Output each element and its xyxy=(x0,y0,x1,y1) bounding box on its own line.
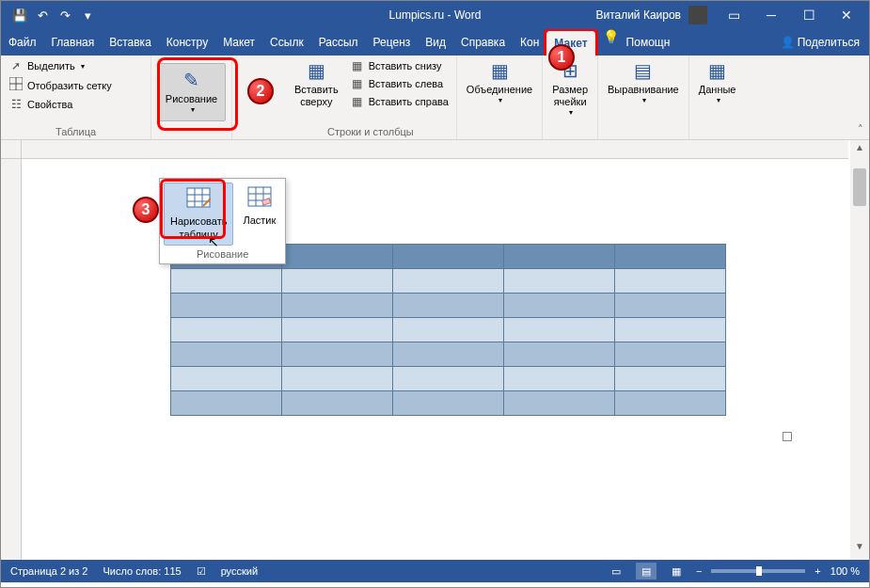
properties-button[interactable]: ☷Свойства xyxy=(5,96,116,113)
language-indicator[interactable]: русский xyxy=(221,565,258,577)
insert-right-button[interactable]: ▦Вставить справа xyxy=(346,93,452,110)
grid-icon xyxy=(8,77,24,93)
scroll-down-icon[interactable]: ▼ xyxy=(850,541,869,558)
tab-home[interactable]: Главная xyxy=(44,29,103,56)
insert-below-icon: ▦ xyxy=(350,59,365,72)
group-label-rows-cols: Строки и столбцы xyxy=(289,126,452,139)
avatar[interactable] xyxy=(688,6,707,24)
merge-button[interactable]: ▦Объединение▾ xyxy=(461,57,538,107)
zoom-out-button[interactable]: − xyxy=(696,565,702,577)
quick-access-toolbar: 💾 ↶ ↷ ▾ xyxy=(1,8,106,23)
group-merge: ▦Объединение▾ xyxy=(457,56,543,139)
user-name: Виталий Каиров xyxy=(595,8,681,22)
insert-left-icon: ▦ xyxy=(350,77,365,90)
callout-badge-3: 3 xyxy=(133,197,159,223)
insert-right-icon: ▦ xyxy=(350,95,365,108)
draw-table-icon xyxy=(186,187,211,214)
tab-file[interactable]: Файл xyxy=(1,29,44,56)
callout-badge-2: 2 xyxy=(247,78,274,104)
scroll-thumb[interactable] xyxy=(853,168,866,206)
redo-icon[interactable]: ↷ xyxy=(57,8,72,23)
table-row xyxy=(171,391,726,416)
insert-below-button[interactable]: ▦Вставить снизу xyxy=(346,57,452,74)
tab-help[interactable]: Справка xyxy=(453,29,513,56)
ribbon-tabs: Файл Главная Вставка Констру Макет Ссылк… xyxy=(1,29,869,56)
alignment-button[interactable]: ▤Выравнивание▾ xyxy=(602,57,685,107)
zoom-slider[interactable] xyxy=(711,569,805,573)
insert-above-button[interactable]: ▦ Вставить сверху xyxy=(289,57,344,110)
group-data: ▦Данные▾ xyxy=(689,56,746,139)
table-row xyxy=(171,294,726,318)
insert-left-button[interactable]: ▦Вставить слева xyxy=(346,75,452,92)
draw-dropdown: Нарисовать таблицу Ластик Рисование xyxy=(159,178,286,264)
document-area: ▲ ▼ Нарисовать таблицу Ластик Рисование … xyxy=(1,140,869,560)
collapse-ribbon-icon[interactable]: ˄ xyxy=(858,123,863,135)
tab-view[interactable]: Вид xyxy=(418,29,453,56)
draw-table-button[interactable]: Нарисовать таблицу xyxy=(164,183,233,246)
web-layout-icon[interactable]: ▦ xyxy=(666,563,687,580)
insert-above-icon: ▦ xyxy=(308,59,325,82)
table-row xyxy=(171,269,726,294)
share-icon: 👤 xyxy=(781,36,795,49)
table-resize-handle[interactable] xyxy=(783,432,792,441)
page-indicator[interactable]: Страница 2 из 2 xyxy=(10,565,87,577)
title-bar: 💾 ↶ ↷ ▾ Lumpics.ru - Word Виталий Каиров… xyxy=(1,1,869,29)
tab-references[interactable]: Ссылк xyxy=(262,29,311,56)
scroll-up-icon[interactable]: ▲ xyxy=(850,142,869,159)
callout-badge-1: 1 xyxy=(548,44,575,71)
proofing-icon[interactable]: ☑ xyxy=(197,565,206,578)
status-bar: Страница 2 из 2 Число слов: 115 ☑ русски… xyxy=(1,560,869,582)
dropdown-label: Рисование xyxy=(164,248,281,260)
save-icon[interactable]: 💾 xyxy=(12,8,27,23)
eraser-button[interactable]: Ластик xyxy=(237,183,281,246)
ribbon: ➚Выделить▾ Отобразить сетку ☷Свойства Та… xyxy=(1,56,869,140)
table-row xyxy=(171,318,726,342)
properties-icon: ☷ xyxy=(8,98,24,111)
draw-button[interactable]: ✎ Рисование ▾ xyxy=(158,63,226,121)
group-table: ➚Выделить▾ Отобразить сетку ☷Свойства Та… xyxy=(1,56,151,139)
tab-review[interactable]: Реценз xyxy=(366,29,419,56)
data-icon: ▦ xyxy=(708,59,726,82)
align-icon: ▤ xyxy=(634,59,652,82)
zoom-in-button[interactable]: + xyxy=(815,565,820,577)
tell-me[interactable]: Помощн xyxy=(619,29,678,56)
group-draw: ✎ Рисование ▾ xyxy=(151,56,232,139)
show-grid-button[interactable]: Отобразить сетку xyxy=(5,75,116,95)
vertical-ruler[interactable] xyxy=(1,159,22,560)
minimize-button[interactable]: ─ xyxy=(752,1,790,29)
close-button[interactable]: ✕ xyxy=(828,1,865,29)
ruler-corner xyxy=(1,140,22,159)
table-row xyxy=(171,367,726,391)
eraser-icon xyxy=(247,186,272,213)
tell-me-icon[interactable]: 💡 xyxy=(603,29,619,56)
print-layout-icon[interactable]: ▤ xyxy=(636,563,656,580)
select-button[interactable]: ➚Выделить▾ xyxy=(5,57,116,74)
tab-insert[interactable]: Вставка xyxy=(102,29,159,56)
qa-dropdown-icon[interactable]: ▾ xyxy=(80,8,95,23)
merge-icon: ▦ xyxy=(491,59,509,82)
word-count[interactable]: Число слов: 115 xyxy=(103,565,181,577)
group-cell-size: ⊞Размер ячейки▾ xyxy=(543,56,598,139)
group-label-table: Таблица xyxy=(5,126,147,139)
pencil-icon: ✎ xyxy=(183,69,199,91)
undo-icon[interactable]: ↶ xyxy=(35,8,50,23)
horizontal-ruler[interactable] xyxy=(22,140,848,159)
tab-layout[interactable]: Макет xyxy=(215,29,262,56)
read-mode-icon[interactable]: ▭ xyxy=(606,563,626,580)
window-title: Lumpics.ru - Word xyxy=(389,8,482,22)
table-preview[interactable] xyxy=(170,244,726,416)
cursor-icon: ➚ xyxy=(8,59,24,72)
tab-design[interactable]: Констру xyxy=(159,29,215,56)
table-row xyxy=(171,342,726,367)
ribbon-options-icon[interactable]: ▭ xyxy=(715,1,752,29)
maximize-button[interactable]: ☐ xyxy=(790,1,828,29)
tab-table-design[interactable]: Кон xyxy=(513,29,546,56)
user-area: Виталий Каиров ▭ ─ ☐ ✕ xyxy=(595,1,869,29)
data-button[interactable]: ▦Данные▾ xyxy=(693,57,742,107)
group-alignment: ▤Выравнивание▾ xyxy=(598,56,689,139)
zoom-level[interactable]: 100 % xyxy=(830,565,860,577)
tab-mailings[interactable]: Рассыл xyxy=(311,29,366,56)
share-button[interactable]: Поделиться xyxy=(798,36,860,49)
vertical-scrollbar[interactable]: ▲ ▼ xyxy=(850,140,869,560)
